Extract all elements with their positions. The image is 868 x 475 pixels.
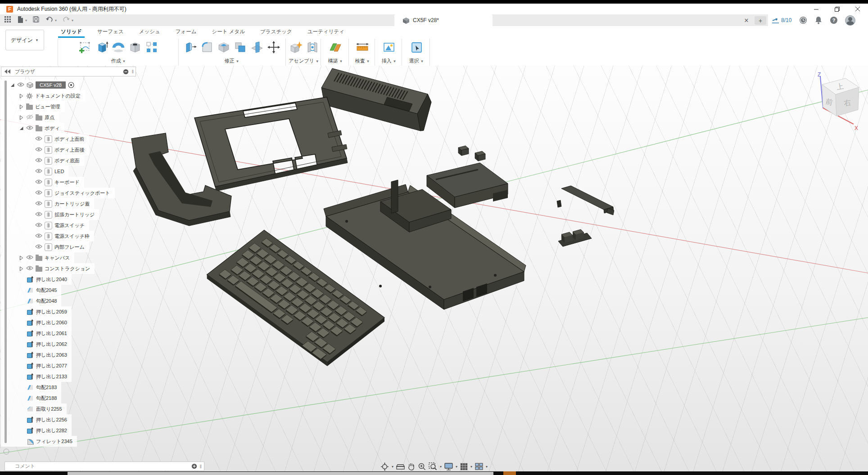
file-menu-icon[interactable] xyxy=(18,16,23,25)
visibility-eye-icon[interactable] xyxy=(35,222,42,229)
orbit-caret-icon[interactable]: ▾ xyxy=(392,465,393,469)
redo-icon[interactable] xyxy=(63,16,70,24)
grid-snap-caret-icon[interactable]: ▾ xyxy=(470,465,472,469)
root-component-label[interactable]: CX5F v28 xyxy=(36,81,66,89)
visibility-eye-icon[interactable] xyxy=(26,265,33,272)
tree-body-row[interactable]: LED xyxy=(1,166,68,177)
visibility-eye-icon[interactable] xyxy=(35,147,42,153)
app-grid-menu-icon[interactable] xyxy=(5,16,11,24)
tree-feature-row[interactable]: 押し出し2133 xyxy=(1,371,72,382)
ribbon-tab[interactable]: ソリッド xyxy=(60,27,83,37)
tree-feature-row[interactable]: 押し出し2059 xyxy=(1,306,72,317)
help-icon[interactable]: ? xyxy=(830,16,838,24)
timeline-strip[interactable] xyxy=(68,472,493,475)
orbit-icon[interactable] xyxy=(380,462,389,471)
tree-feature-row[interactable]: 押し出し2040 xyxy=(1,274,72,285)
ribbon-tab[interactable]: メッシュ xyxy=(138,27,161,37)
zoom-window-caret-icon[interactable]: ▾ xyxy=(440,465,442,469)
document-tab[interactable]: CX5F v28* xyxy=(394,14,493,26)
expand-arrow-icon[interactable] xyxy=(19,104,24,109)
insert-icon[interactable] xyxy=(382,40,396,54)
tree-folder-row[interactable]: ビュー管理 xyxy=(1,101,65,112)
zoom-icon[interactable] xyxy=(418,462,426,471)
tree-body-row[interactable]: 内部フレーム xyxy=(1,242,89,252)
visibility-eye-icon[interactable] xyxy=(35,211,42,218)
ribbon-tab[interactable]: プラスチック xyxy=(259,27,293,37)
measure-icon[interactable] xyxy=(355,40,370,54)
visibility-eye-icon[interactable] xyxy=(26,255,33,261)
visibility-eye-icon[interactable] xyxy=(35,233,42,239)
viewports-icon[interactable] xyxy=(475,463,483,470)
undo-icon[interactable] xyxy=(46,16,53,24)
tree-body-row[interactable]: ボディ上面後 xyxy=(1,144,89,155)
add-comment-icon[interactable] xyxy=(191,463,197,469)
pattern-icon[interactable] xyxy=(145,40,159,54)
tree-feature-row[interactable]: フィレット2345 xyxy=(1,436,77,447)
notifications-bell-icon[interactable] xyxy=(815,16,822,24)
tree-root-row[interactable]: CX5F v28 xyxy=(1,80,79,90)
zoom-window-icon[interactable] xyxy=(429,462,437,471)
viewports-caret-icon[interactable]: ▾ xyxy=(486,465,488,469)
visibility-eye-icon[interactable] xyxy=(35,179,42,185)
group-select-label[interactable]: 選択 ▼ xyxy=(409,58,424,64)
visibility-eye-icon[interactable] xyxy=(26,125,33,131)
save-icon[interactable] xyxy=(33,16,39,24)
tree-feature-row[interactable]: 勾配2188 xyxy=(1,393,61,403)
expand-arrow-icon[interactable] xyxy=(19,266,24,271)
tree-feature-row[interactable]: 押し出し2256 xyxy=(1,414,72,425)
construction-plane-icon[interactable] xyxy=(328,40,343,54)
tree-body-row[interactable]: カートリッジ蓋 xyxy=(1,198,94,209)
press-pull-icon[interactable] xyxy=(183,40,198,54)
visibility-eye-icon[interactable] xyxy=(35,168,42,175)
undo-caret-icon[interactable]: ▾ xyxy=(55,18,57,22)
visibility-eye-icon[interactable] xyxy=(35,190,42,196)
select-icon[interactable] xyxy=(409,40,424,54)
group-modify-label[interactable]: 修正 ▼ xyxy=(225,58,240,64)
hole-icon[interactable] xyxy=(128,40,142,54)
split-body-icon[interactable] xyxy=(250,40,264,54)
group-insert-label[interactable]: 挿入 ▼ xyxy=(382,58,397,64)
browser-scrollbar[interactable] xyxy=(5,81,7,443)
expand-arrow-icon[interactable] xyxy=(10,83,15,88)
tree-feature-row[interactable]: 押し出し2061 xyxy=(1,328,72,339)
tree-feature-row[interactable]: 押し出し2062 xyxy=(1,339,72,350)
view-cube[interactable]: 上 前 右 Z X xyxy=(809,70,867,135)
tree-folder-row[interactable]: キャンバス xyxy=(1,252,74,263)
combine-icon[interactable] xyxy=(233,40,248,54)
visibility-eye-icon[interactable] xyxy=(35,201,42,207)
tree-feature-row[interactable]: 面取り2255 xyxy=(1,403,67,414)
visibility-eye-icon[interactable] xyxy=(17,82,24,88)
expand-arrow-icon[interactable] xyxy=(19,115,24,120)
tree-folder-row[interactable]: 原点 xyxy=(1,112,59,123)
comment-bar[interactable]: コメント ‖ xyxy=(5,462,204,471)
group-assemble-label[interactable]: アセンブリ ▼ xyxy=(289,58,319,64)
remove-icon[interactable] xyxy=(123,69,129,75)
job-status-clock-icon[interactable] xyxy=(799,16,807,24)
ribbon-tab[interactable]: ユーティリティ xyxy=(307,27,345,37)
tree-body-row[interactable]: ジョイスティックポート xyxy=(1,188,115,198)
visibility-eye-icon[interactable] xyxy=(26,114,33,121)
ribbon-tab[interactable]: フォーム xyxy=(175,27,198,37)
tree-folder-row[interactable]: ドキュメントの設定 xyxy=(1,90,85,101)
close-button[interactable] xyxy=(847,4,868,14)
ribbon-tab[interactable]: シート メタル xyxy=(211,27,246,37)
tree-feature-row[interactable]: 勾配2045 xyxy=(1,285,61,296)
group-create-label[interactable]: 作成 ▼ xyxy=(111,58,126,64)
collapse-panel-icon[interactable] xyxy=(5,69,11,74)
browser-header[interactable]: ブラウザ ‖ xyxy=(1,67,136,76)
tree-folder-row[interactable]: ボディ xyxy=(1,123,64,134)
fillet-icon[interactable] xyxy=(200,40,214,54)
display-settings-caret-icon[interactable]: ▾ xyxy=(456,465,457,469)
expand-arrow-icon[interactable] xyxy=(19,126,24,131)
restore-button[interactable] xyxy=(827,4,847,14)
display-settings-icon[interactable] xyxy=(444,463,453,471)
look-at-icon[interactable] xyxy=(396,463,405,470)
grid-snap-icon[interactable] xyxy=(460,463,468,471)
tree-body-row[interactable]: 拡張カートリッジ xyxy=(1,209,99,220)
minimize-button[interactable] xyxy=(806,4,827,14)
tree-feature-row[interactable]: 押し出し2060 xyxy=(1,317,72,328)
create-sketch-icon[interactable] xyxy=(78,40,92,54)
tree-feature-row[interactable]: 押し出し2282 xyxy=(1,425,72,436)
tree-body-row[interactable]: キーボード xyxy=(1,177,84,188)
expand-arrow-icon[interactable] xyxy=(19,94,24,99)
